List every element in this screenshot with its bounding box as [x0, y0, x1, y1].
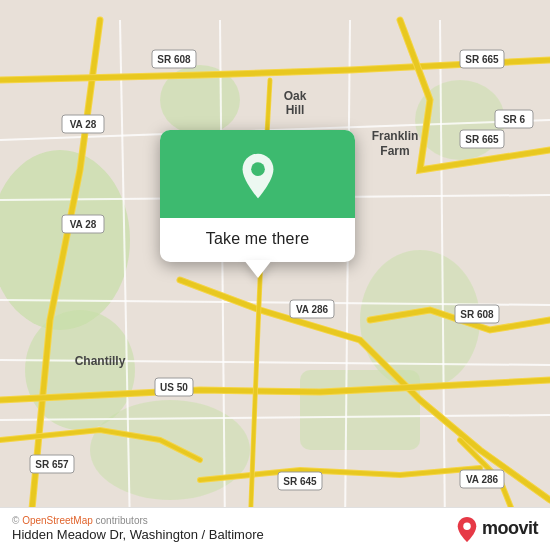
svg-text:VA 286: VA 286: [296, 304, 329, 315]
svg-text:Hill: Hill: [286, 103, 305, 117]
svg-text:Chantilly: Chantilly: [75, 354, 126, 368]
svg-point-46: [251, 162, 265, 176]
svg-point-7: [90, 400, 250, 500]
take-me-there-button[interactable]: Take me there: [206, 230, 309, 248]
popup-tail: [244, 260, 272, 278]
moovit-logo: moovit: [456, 516, 538, 542]
bottom-info: © OpenStreetMap contributors Hidden Mead…: [12, 515, 264, 542]
svg-text:Franklin: Franklin: [372, 129, 419, 143]
svg-text:VA 28: VA 28: [70, 119, 97, 130]
copyright-line: © OpenStreetMap contributors: [12, 515, 264, 526]
location-name: Hidden Meadow Dr, Washington / Baltimore: [12, 527, 264, 542]
svg-point-47: [463, 522, 470, 529]
moovit-brand-text: moovit: [482, 518, 538, 539]
map-container: VA 28 VA 28 SR 608 SR 665 SR 665 SR 608 …: [0, 0, 550, 550]
moovit-pin-icon: [456, 516, 478, 542]
copyright-symbol: ©: [12, 515, 22, 526]
svg-text:Farm: Farm: [380, 144, 409, 158]
svg-text:SR 6: SR 6: [503, 114, 526, 125]
contributors-text: contributors: [93, 515, 148, 526]
popup-action-area[interactable]: Take me there: [160, 218, 355, 262]
svg-text:SR 657: SR 657: [35, 459, 69, 470]
location-popup: Take me there: [160, 130, 355, 262]
svg-text:SR 665: SR 665: [465, 134, 499, 145]
openstreetmap-link[interactable]: OpenStreetMap: [22, 515, 93, 526]
svg-text:SR 665: SR 665: [465, 54, 499, 65]
svg-text:US 50: US 50: [160, 382, 188, 393]
popup-header: [160, 130, 355, 218]
svg-text:VA 286: VA 286: [466, 474, 499, 485]
svg-text:SR 608: SR 608: [157, 54, 191, 65]
location-pin-icon: [234, 152, 282, 200]
svg-text:SR 645: SR 645: [283, 476, 317, 487]
svg-text:SR 608: SR 608: [460, 309, 494, 320]
svg-text:Oak: Oak: [284, 89, 307, 103]
bottom-bar: © OpenStreetMap contributors Hidden Mead…: [0, 507, 550, 550]
svg-text:VA 28: VA 28: [70, 219, 97, 230]
